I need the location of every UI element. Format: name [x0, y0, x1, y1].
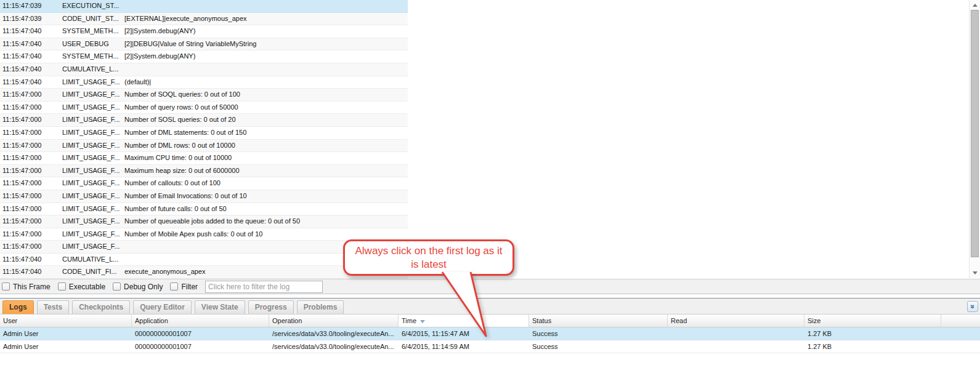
log-timestamp: 11:15:47:039 — [0, 0, 60, 12]
checkbox-icon[interactable] — [170, 283, 178, 291]
log-details: Maximum heap size: 0 out of 6000000 — [122, 165, 408, 177]
log-timestamp: 11:15:47:000 — [0, 177, 60, 190]
log-row[interactable]: 11:15:47:040LIMIT_USAGE_F...(default)| — [0, 76, 408, 89]
scrollbar-thumb[interactable] — [971, 10, 979, 257]
log-event-type: LIMIT_USAGE_F... — [60, 241, 122, 253]
log-details: Number of query rows: 0 out of 50000 — [122, 102, 408, 114]
vertical-scrollbar[interactable] — [969, 0, 980, 278]
filter-checkbox-filter[interactable]: Filter — [170, 283, 198, 291]
checkbox-label: Debug Only — [124, 283, 163, 291]
log-event-type: LIMIT_USAGE_F... — [60, 203, 122, 215]
log-timestamp: 11:15:47:000 — [0, 165, 60, 177]
checkbox-label: Executable — [69, 283, 105, 291]
log-event-type: USER_DEBUG — [60, 38, 122, 50]
log-row[interactable]: 11:15:47:000LIMIT_USAGE_F...Number of DM… — [0, 127, 408, 140]
log-row[interactable]: 11:15:47:000LIMIT_USAGE_F...Number of SO… — [0, 114, 408, 127]
log-row[interactable]: 11:15:47:000LIMIT_USAGE_F...Number of ca… — [0, 177, 408, 190]
log-row[interactable]: 11:15:47:040USER_DEBUG[2]|DEBUG|Value of… — [0, 38, 408, 51]
log-timestamp: 11:15:47:040 — [0, 50, 60, 63]
log-timestamp: 11:15:47:000 — [0, 114, 60, 126]
cell-filler — [941, 327, 980, 340]
table-row[interactable]: Admin User000000000001007/services/data/… — [0, 340, 980, 353]
log-event-type: CUMULATIVE_L... — [60, 63, 122, 76]
filter-checkbox-debug-only[interactable]: Debug Only — [113, 283, 163, 291]
log-row[interactable]: 11:15:47:039CODE_UNIT_ST...[EXTERNAL]|ex… — [0, 13, 408, 26]
log-details: Number of SOQL queries: 0 out of 100 — [122, 89, 408, 101]
log-row[interactable]: 11:15:47:000LIMIT_USAGE_F...Number of Mo… — [0, 228, 408, 241]
log-event-type: LIMIT_USAGE_F... — [60, 89, 122, 101]
log-event-grid: 11:15:47:039EXECUTION_ST...11:15:47:039C… — [0, 0, 408, 279]
tab-tests[interactable]: Tests — [37, 300, 69, 314]
column-header-size[interactable]: Size — [804, 315, 941, 327]
log-details: [2]|System.debug(ANY) — [122, 25, 408, 38]
log-timestamp: 11:15:47:000 — [0, 241, 60, 253]
log-details: [2]|System.debug(ANY) — [122, 50, 408, 63]
log-event-type: CODE_UNIT_ST... — [60, 13, 122, 25]
log-event-type: LIMIT_USAGE_F... — [60, 215, 122, 228]
log-event-type: LIMIT_USAGE_F... — [60, 152, 122, 164]
column-header-status[interactable]: Status — [529, 315, 668, 327]
log-timestamp: 11:15:47:040 — [0, 25, 60, 38]
log-event-type: LIMIT_USAGE_F... — [60, 140, 122, 152]
collapse-panel-button[interactable]: » — [967, 301, 978, 312]
log-row[interactable]: 11:15:47:000LIMIT_USAGE_F...Number of SO… — [0, 89, 408, 102]
log-row[interactable]: 11:15:47:000LIMIT_USAGE_F...Number of qu… — [0, 102, 408, 114]
scroll-down-icon[interactable] — [973, 271, 978, 275]
log-details: [2]|DEBUG|Value of String VariableMyStri… — [122, 38, 408, 50]
filter-checkbox-executable[interactable]: Executable — [58, 283, 105, 291]
log-timestamp: 11:15:47:000 — [0, 89, 60, 101]
log-event-type: SYSTEM_METH... — [60, 25, 122, 38]
tab-query-editor[interactable]: Query Editor — [133, 300, 192, 314]
cell-user: Admin User — [0, 340, 132, 353]
log-row[interactable]: 11:15:47:039EXECUTION_ST... — [0, 0, 408, 13]
filter-checkbox-this-frame[interactable]: This Frame — [2, 283, 51, 291]
log-timestamp: 11:15:47:000 — [0, 102, 60, 114]
log-event-type: LIMIT_USAGE_F... — [60, 228, 122, 241]
log-timestamp: 11:15:47:039 — [0, 13, 60, 25]
cell-size: 1.27 KB — [804, 327, 941, 340]
column-header-operation[interactable]: Operation — [269, 315, 399, 327]
cell-application: 000000000001007 — [132, 327, 269, 340]
tab-view-state[interactable]: View State — [195, 300, 245, 314]
log-row[interactable]: 11:15:47:040CUMULATIVE_L... — [0, 63, 408, 76]
log-row[interactable]: 11:15:47:000LIMIT_USAGE_F...Number of DM… — [0, 140, 408, 153]
checkbox-icon[interactable] — [113, 283, 121, 291]
log-timestamp: 11:15:47:000 — [0, 203, 60, 215]
log-details: Number of queueable jobs added to the qu… — [122, 215, 408, 228]
log-row[interactable]: 11:15:47:040SYSTEM_METH...[2]|System.deb… — [0, 50, 408, 63]
log-timestamp: 11:15:47:000 — [0, 152, 60, 164]
log-timestamp: 11:15:47:000 — [0, 190, 60, 203]
log-timestamp: 11:15:47:040 — [0, 76, 60, 89]
log-event-type: CUMULATIVE_L... — [60, 254, 122, 266]
log-row[interactable]: 11:15:47:000LIMIT_USAGE_F...Maximum heap… — [0, 165, 408, 178]
checkbox-label: This Frame — [13, 283, 51, 291]
tab-list: LogsTestsCheckpointsQuery EditorView Sta… — [0, 299, 344, 314]
column-header-user[interactable]: User — [0, 315, 132, 327]
log-filter-input[interactable] — [205, 281, 323, 293]
tab-logs[interactable]: Logs — [2, 300, 34, 314]
log-row[interactable]: 11:15:47:000LIMIT_USAGE_F...Number of qu… — [0, 215, 408, 228]
cell-read — [668, 340, 804, 353]
column-header-application[interactable]: Application — [132, 315, 269, 327]
log-row[interactable]: 11:15:47:000LIMIT_USAGE_F...Number of Em… — [0, 190, 408, 203]
log-row[interactable]: 11:15:47:000LIMIT_USAGE_F...Maximum CPU … — [0, 152, 408, 165]
checkbox-icon[interactable] — [58, 283, 66, 291]
scroll-up-icon[interactable] — [973, 4, 978, 7]
log-timestamp: 11:15:47:000 — [0, 140, 60, 152]
log-details: Number of DML rows: 0 out of 10000 — [122, 140, 408, 152]
checkbox-icon[interactable] — [2, 283, 10, 291]
callout-text: Always click on the first log as it is l… — [345, 244, 512, 271]
log-row[interactable]: 11:15:47:000LIMIT_USAGE_F...Number of fu… — [0, 203, 408, 216]
tab-checkpoints[interactable]: Checkpoints — [72, 300, 130, 314]
log-row[interactable]: 11:15:47:040SYSTEM_METH...[2]|System.deb… — [0, 25, 408, 38]
column-header-filler — [941, 315, 980, 327]
log-details — [122, 63, 408, 76]
cell-filler — [941, 340, 980, 353]
log-timestamp: 11:15:47:040 — [0, 63, 60, 76]
log-event-type: SYSTEM_METH... — [60, 50, 122, 63]
tab-progress[interactable]: Progress — [248, 300, 294, 314]
tab-problems[interactable]: Problems — [297, 300, 344, 314]
column-header-read[interactable]: Read — [668, 315, 804, 327]
sort-desc-icon — [420, 320, 425, 323]
log-details: Number of callouts: 0 out of 100 — [122, 177, 408, 190]
